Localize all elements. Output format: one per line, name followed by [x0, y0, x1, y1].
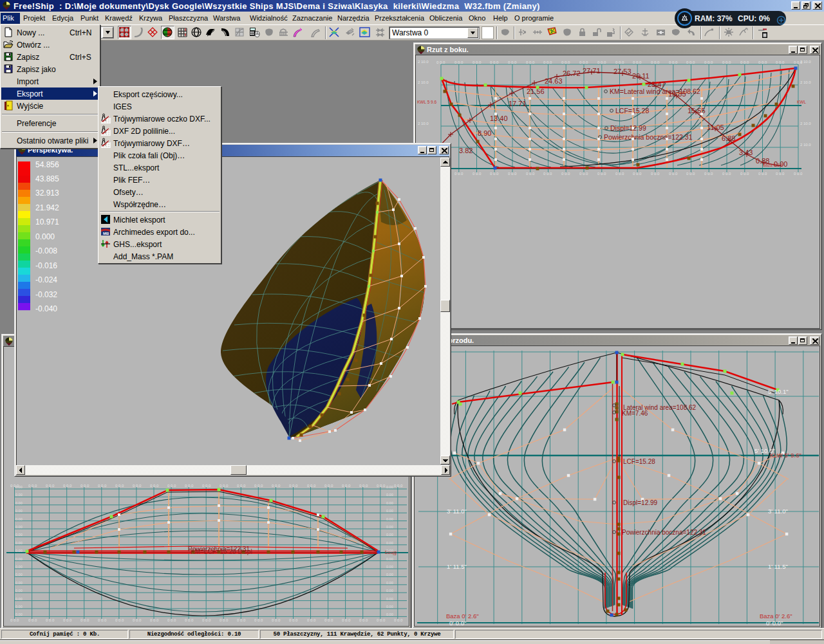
svg-text:0 0.0: 0 0.0 — [436, 60, 445, 64]
svg-text:0 0.0: 0 0.0 — [490, 60, 499, 64]
svg-text:0.00: 0.00 — [386, 557, 393, 561]
svg-text:26.11: 26.11 — [632, 72, 650, 80]
svg-text:0 0.0: 0 0.0 — [776, 172, 785, 176]
svg-text:0 0.0: 0 0.0 — [10, 618, 19, 622]
svg-text:0.00: 0.00 — [15, 525, 23, 529]
svg-text:0 0.0: 0 0.0 — [202, 484, 211, 488]
svg-text:0.00: 0.00 — [386, 597, 393, 601]
svg-text:Powierzchnia boczna=122.31: Powierzchnia boczna=122.31 — [604, 133, 693, 141]
svg-text:0.00: 0.00 — [386, 549, 393, 553]
svg-text:0 0.0: 0 0.0 — [740, 172, 749, 176]
svg-text:11.05: 11.05 — [707, 124, 724, 131]
svg-text:0 0.0: 0 0.0 — [150, 618, 159, 622]
svg-text:0 0.0: 0 0.0 — [324, 484, 333, 488]
svg-text:Displ=12.99: Displ=12.99 — [610, 124, 646, 132]
svg-text:0.000: 0.000 — [35, 232, 55, 241]
svg-text:0 0.0: 0 0.0 — [98, 484, 107, 488]
svg-text:0.00: 0.00 — [386, 493, 393, 497]
svg-text:0 0.0: 0 0.0 — [704, 60, 713, 64]
svg-text:0.00: 0.00 — [386, 541, 393, 545]
svg-text:0 0.0: 0 0.0 — [490, 172, 499, 176]
svg-text:2 10.0: 2 10.0 — [800, 60, 811, 64]
svg-text:1' 11.5": 1' 11.5" — [447, 563, 467, 570]
svg-text:1' 11.5": 1' 11.5" — [768, 563, 788, 570]
svg-text:0 0.0: 0 0.0 — [237, 484, 246, 488]
svg-text:0 0.0: 0 0.0 — [597, 172, 606, 176]
svg-text:0 0.0: 0 0.0 — [28, 484, 37, 488]
svg-text:13.40: 13.40 — [490, 115, 508, 122]
svg-text:3' 11.0": 3' 11.0" — [768, 508, 788, 515]
svg-text:0 0.0: 0 0.0 — [543, 60, 552, 64]
svg-text:0.00: 0.00 — [386, 517, 393, 521]
svg-text:0 0.0: 0 0.0 — [307, 618, 316, 622]
svg-text:2 10.0: 2 10.0 — [418, 80, 429, 84]
svg-text:0 0.0: 0 0.0 — [220, 618, 229, 622]
svg-text:0.00: 0.00 — [386, 581, 393, 585]
svg-text:0 0.0: 0 0.0 — [473, 60, 482, 64]
svg-text:2 10.0: 2 10.0 — [418, 122, 429, 125]
svg-text:0.00: 0.00 — [15, 493, 23, 497]
svg-text:0 0.0: 0 0.0 — [80, 484, 89, 488]
svg-text:3' 11.0": 3' 11.0" — [447, 508, 467, 515]
svg-text:3.82: 3.82 — [459, 147, 473, 154]
svg-text:0 0.0: 0 0.0 — [633, 60, 642, 64]
svg-text:0 0.0: 0 0.0 — [272, 618, 281, 622]
svg-text:Displ=12.99: Displ=12.99 — [623, 499, 658, 506]
svg-text:21.56: 21.56 — [527, 87, 545, 95]
svg-text:0 0.0: 0 0.0 — [28, 618, 37, 622]
svg-text:2 10.0: 2 10.0 — [800, 122, 811, 125]
svg-text:54.856: 54.856 — [35, 160, 59, 169]
svg-text:2 10.0: 2 10.0 — [800, 143, 811, 147]
svg-text:KWL 5 9.6: KWL 5 9.6 — [417, 100, 436, 104]
svg-text:32.913: 32.913 — [35, 189, 59, 198]
svg-text:0 0.0: 0 0.0 — [324, 618, 333, 622]
svg-text:0 0.0: 0 0.0 — [359, 484, 368, 488]
svg-text:0 0.0: 0 0.0 — [597, 60, 606, 64]
svg-text:0 0.0: 0 0.0 — [543, 172, 552, 176]
svg-text:0 0.0: 0 0.0 — [394, 618, 403, 622]
svg-text:0.00: 0.00 — [386, 605, 393, 609]
svg-text:0.00: 0.00 — [15, 485, 23, 489]
svg-text:24.63: 24.63 — [545, 77, 563, 85]
svg-text:0 0.0: 0 0.0 — [669, 60, 678, 64]
svg-text:0 0.0: 0 0.0 — [473, 172, 482, 176]
svg-text:17.71: 17.71 — [509, 100, 527, 107]
svg-text:0 0.0: 0 0.0 — [526, 60, 535, 64]
svg-text:0.00: 0.00 — [15, 565, 23, 569]
svg-text:0.00: 0.00 — [386, 525, 393, 529]
svg-text:0 0.0: 0 0.0 — [237, 618, 246, 622]
svg-text:0 0.0: 0 0.0 — [794, 172, 803, 176]
svg-text:MB: MB — [103, 232, 109, 235]
svg-text:0 0.0: 0 0.0 — [615, 60, 624, 64]
svg-text:0.00: 0.00 — [386, 589, 393, 593]
svg-text:0.00: 0.00 — [15, 605, 23, 609]
svg-text:KM=Lateral wind area=108.62: KM=Lateral wind area=108.62 — [610, 87, 700, 95]
svg-text:0 0.0: 0 0.0 — [289, 618, 298, 622]
svg-text:0 0.0: 0 0.0 — [579, 60, 588, 64]
svg-text:0.00: 0.00 — [15, 517, 23, 521]
svg-text:0 0.0: 0 0.0 — [63, 618, 72, 622]
svg-text:0 0.0: 0 0.0 — [377, 618, 386, 622]
svg-text:0' 0.0": 0' 0.0" — [766, 620, 783, 626]
svg-text:-0.024: -0.024 — [35, 275, 57, 284]
svg-text:0.00: 0.00 — [386, 612, 393, 616]
svg-text:0' 0.0": 0' 0.0" — [449, 620, 466, 626]
svg-text:27.53: 27.53 — [613, 68, 632, 75]
svg-text:3.43: 3.43 — [739, 149, 753, 156]
svg-text:0 0.0: 0 0.0 — [98, 618, 107, 622]
svg-text:0 0.0: 0 0.0 — [289, 484, 298, 488]
svg-text:0 0.0: 0 0.0 — [202, 618, 211, 622]
svg-text:0.00: 0.00 — [15, 549, 23, 553]
svg-text:Baza 0' 2.6": Baza 0' 2.6" — [446, 612, 479, 620]
svg-text:0 0.0: 0 0.0 — [776, 60, 785, 64]
svg-text:KWL: KWL — [797, 100, 806, 104]
svg-text:0 0.0: 0 0.0 — [508, 172, 517, 176]
svg-text:0 0.0: 0 0.0 — [669, 172, 678, 176]
svg-text:0.00: 0.00 — [15, 541, 23, 545]
svg-text:6.88: 6.88 — [722, 134, 735, 142]
svg-text:-0.040: -0.040 — [35, 304, 57, 313]
svg-text:0 0.0: 0 0.0 — [342, 618, 351, 622]
svg-text:0.00: 0.00 — [15, 557, 23, 561]
svg-text:LCF=15.28: LCF=15.28 — [623, 458, 655, 465]
svg-text:0.00: 0.00 — [15, 501, 23, 505]
